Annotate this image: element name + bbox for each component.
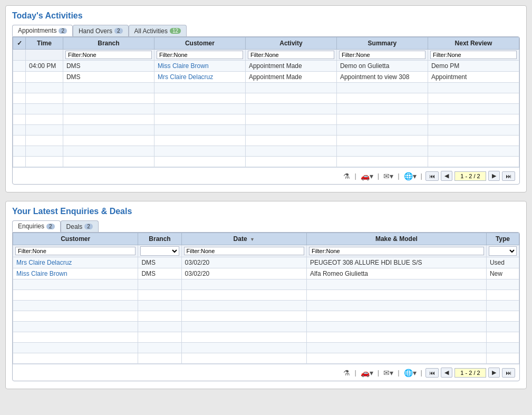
enq-next-page-button[interactable]: ▶	[488, 368, 500, 378]
next-page-button[interactable]: ▶	[488, 171, 500, 181]
filter-summary	[336, 50, 428, 61]
appointments-row-10	[13, 157, 519, 167]
enq-filter-branch-select[interactable]	[140, 246, 179, 256]
tab-enquiries-badge: 2	[46, 224, 55, 229]
row1-branch: DMS	[63, 61, 154, 72]
enquiries-table: Customer Branch Date ▼ Make & Model Type…	[13, 233, 519, 364]
col-customer: Customer	[154, 37, 245, 50]
col-time: Time	[26, 37, 63, 50]
enq-row1-customer-link[interactable]: Mrs Claire Delacruz	[16, 259, 72, 266]
row2-activity: Appointment Made	[245, 72, 336, 83]
appointments-row-4	[13, 93, 519, 104]
sep3: |	[396, 172, 400, 180]
filter-next-review	[428, 50, 519, 61]
filter-branch-input[interactable]	[65, 51, 152, 59]
enq-row2-make-model: Alfa Romeo Giulietta	[306, 268, 486, 279]
filter-customer-input[interactable]	[157, 51, 243, 59]
enquiries-row-10	[13, 353, 519, 364]
enq-row2-customer: Miss Claire Brown	[13, 268, 138, 279]
enq-row1-make-model: PEUGEOT 308 ALLURE HDI BLUE S/S	[306, 257, 486, 268]
enquiries-row-3	[13, 279, 519, 290]
enq-filter-icon[interactable]: ⚗	[342, 369, 351, 377]
filter-next-review-input[interactable]	[430, 51, 517, 59]
enquiries-page-info: 1 - 2 / 2	[454, 368, 486, 378]
appointments-row-1: 04:00 PM DMS Miss Claire Brown Appointme…	[13, 61, 519, 72]
enq-car-icon[interactable]: 🚗▾	[360, 369, 374, 377]
row2-branch: DMS	[63, 72, 154, 83]
email-icon[interactable]: ✉▾	[382, 172, 394, 180]
enq-globe-icon[interactable]: 🌐▾	[403, 369, 418, 377]
appointments-header-row: ✓ Time Branch Customer Activity Summary …	[13, 37, 519, 50]
row1-customer-link[interactable]: Miss Claire Brown	[158, 62, 209, 70]
sep1: |	[353, 172, 357, 180]
appointments-row-3	[13, 83, 519, 93]
enq-row1-type: Used	[486, 257, 519, 268]
tab-appointments[interactable]: Appointments 2	[12, 25, 73, 36]
first-page-button[interactable]: ⏮	[425, 171, 439, 181]
enq-last-page-button[interactable]: ⏭	[502, 368, 515, 378]
col-check: ✓	[13, 37, 26, 50]
todays-activities-title: Today's Activities	[12, 11, 520, 21]
enq-filter-customer-input[interactable]	[15, 247, 136, 255]
enquiries-row-8	[13, 332, 519, 343]
globe-icon[interactable]: 🌐▾	[403, 172, 418, 180]
enquiries-header-row: Customer Branch Date ▼ Make & Model Type	[13, 233, 519, 245]
enquiries-pagination: ⚗ | 🚗▾ | ✉▾ | 🌐▾ | ⏮ ◀ 1 - 2 / 2 ▶ ⏭	[13, 364, 519, 381]
tab-all-activities[interactable]: All Activities 12	[129, 25, 187, 36]
enq-prev-page-button[interactable]: ◀	[441, 368, 452, 378]
col-activity: Activity	[245, 37, 336, 50]
enq-filter-date-input[interactable]	[184, 247, 304, 255]
filter-activity	[245, 50, 336, 61]
col-summary: Summary	[336, 37, 428, 50]
tab-handovers[interactable]: Hand Overs 2	[73, 25, 129, 36]
filter-activity-input[interactable]	[248, 51, 334, 59]
row1-next-review: Demo PM	[428, 61, 519, 72]
tab-handovers-badge: 2	[114, 28, 123, 34]
enq-col-customer: Customer	[13, 233, 138, 245]
enq-col-date: Date ▼	[181, 233, 306, 245]
appointments-row-5	[13, 104, 519, 114]
enq-row2-customer-link[interactable]: Miss Claire Brown	[16, 270, 67, 277]
enq-col-make-model: Make & Model	[306, 233, 486, 245]
sep2: |	[376, 172, 380, 180]
car-icon[interactable]: 🚗▾	[360, 172, 374, 180]
appointments-row-8	[13, 136, 519, 146]
enquiries-row-1: Mrs Claire Delacruz DMS 03/02/20 PEUGEOT…	[13, 257, 519, 268]
filter-summary-input[interactable]	[339, 51, 425, 59]
enq-row1-branch: DMS	[138, 257, 181, 268]
filter-branch	[63, 50, 154, 61]
tab-deals[interactable]: Deals 2	[61, 220, 99, 232]
row1-activity: Appointment Made	[245, 61, 336, 72]
enquiries-tabs: Enquiries 2 Deals 2	[12, 220, 520, 232]
tab-handovers-label: Hand Overs	[79, 27, 112, 35]
enq-filter-make-model-input[interactable]	[309, 247, 484, 255]
prev-page-button[interactable]: ◀	[441, 171, 452, 181]
row1-customer: Miss Claire Brown	[154, 61, 245, 72]
row2-summary: Appointment to view 308	[336, 72, 428, 83]
tab-enquiries-label: Enquiries	[18, 223, 44, 230]
row2-time	[26, 72, 63, 83]
enq-row2-branch: DMS	[138, 268, 181, 279]
todays-activities-section: Today's Activities Appointments 2 Hand O…	[5, 5, 527, 192]
enq-filter-type-select[interactable]	[489, 246, 517, 256]
last-page-button[interactable]: ⏭	[502, 171, 515, 181]
col-next-review: Next Review	[428, 37, 519, 50]
enq-filter-date	[181, 245, 306, 257]
filter-icon[interactable]: ⚗	[342, 172, 351, 180]
enq-email-icon[interactable]: ✉▾	[382, 369, 394, 377]
enq-sep3: |	[396, 369, 400, 377]
enq-col-branch: Branch	[138, 233, 181, 245]
enq-filter-customer	[13, 245, 138, 257]
enq-first-page-button[interactable]: ⏮	[425, 368, 439, 378]
filter-customer	[154, 50, 245, 61]
appointments-pagination: ⚗ | 🚗▾ | ✉▾ | 🌐▾ | ⏮ ◀ 1 - 2 / 2 ▶ ⏭	[13, 167, 519, 184]
tab-appointments-badge: 2	[59, 28, 67, 34]
activities-tabs: Appointments 2 Hand Overs 2 All Activiti…	[12, 25, 520, 36]
tab-enquiries[interactable]: Enquiries 2	[12, 220, 61, 232]
filter-check	[13, 50, 26, 61]
enquiries-row-2: Miss Claire Brown DMS 03/02/20 Alfa Rome…	[13, 268, 519, 279]
row2-customer-link[interactable]: Mrs Claire Delacruz	[158, 73, 213, 81]
row2-check	[13, 72, 26, 83]
enquiries-grid: Customer Branch Date ▼ Make & Model Type…	[12, 232, 520, 381]
appointments-row-2: DMS Mrs Claire Delacruz Appointment Made…	[13, 72, 519, 83]
